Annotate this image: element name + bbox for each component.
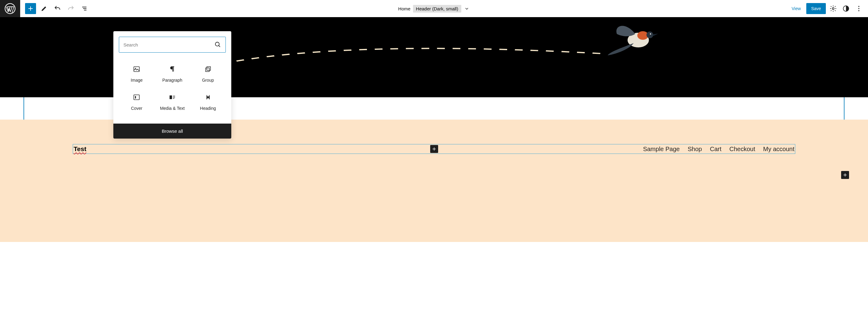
search-icon [215,41,221,48]
svg-rect-16 [135,96,136,99]
doc-template-label: Header (Dark, small) [416,6,458,11]
doc-home-label: Home [398,6,410,11]
chevron-down-icon[interactable] [464,5,470,11]
inline-inserter-button[interactable] [430,145,438,153]
heading-icon [205,93,212,101]
cover-icon [133,93,140,101]
browse-all-button[interactable]: Browse all [113,124,231,139]
editor-canvas: Test Sample Page Shop Cart Checkout My a… [0,17,868,327]
toolbar-right-actions: View Save [788,3,868,14]
doc-template-chip[interactable]: Header (Dark, small) [413,5,461,12]
edit-tool-button[interactable] [38,3,50,14]
undo-button[interactable] [52,3,63,14]
settings-button[interactable] [828,3,839,14]
site-navigation: Sample Page Shop Cart Checkout My accoun… [643,145,794,153]
block-image[interactable]: Image [119,60,155,88]
svg-rect-17 [169,96,172,99]
selected-header-row[interactable]: Test Sample Page Shop Cart Checkout My a… [73,144,795,154]
svg-point-3 [858,6,860,7]
editor-topbar: Home Header (Dark, small) View Save [0,0,868,17]
svg-point-12 [135,68,136,69]
floating-add-button[interactable] [841,171,849,179]
paragraph-icon [169,65,176,73]
nav-link[interactable]: Shop [688,145,702,153]
inserter-block-grid: Image Paragraph Group Cover Media & Text… [113,58,231,124]
media-text-icon [169,93,176,101]
image-icon [133,65,140,73]
svg-point-1 [832,8,834,9]
add-block-button[interactable] [25,3,36,14]
nav-link[interactable]: Cart [710,145,721,153]
svg-point-9 [650,33,651,34]
svg-rect-15 [134,95,139,100]
nav-link[interactable]: Sample Page [643,145,680,153]
svg-point-10 [215,42,219,46]
inserter-search-field[interactable] [119,37,226,53]
bird-illustration [604,20,660,63]
save-button[interactable]: Save [806,3,826,14]
list-view-button[interactable] [79,3,90,14]
block-inserter-popover: Image Paragraph Group Cover Media & Text… [113,31,231,139]
block-cover[interactable]: Cover [119,88,155,116]
svg-point-8 [647,31,653,38]
search-input[interactable] [123,42,215,48]
styles-button[interactable] [840,3,851,14]
wordpress-logo[interactable] [0,0,20,17]
view-link[interactable]: View [788,4,804,13]
block-media-text[interactable]: Media & Text [155,88,190,116]
svg-rect-11 [134,67,139,72]
block-paragraph[interactable]: Paragraph [155,60,190,88]
document-breadcrumb[interactable]: Home Header (Dark, small) [398,5,470,12]
svg-point-4 [858,8,860,9]
svg-point-5 [858,10,860,11]
site-title[interactable]: Test [74,145,87,153]
svg-rect-13 [206,68,209,72]
svg-rect-14 [207,67,211,70]
group-icon [205,65,212,73]
redo-button [65,3,76,14]
block-group[interactable]: Group [190,60,226,88]
nav-link[interactable]: Checkout [729,145,755,153]
nav-link[interactable]: My account [763,145,794,153]
more-options-button[interactable] [853,3,864,14]
toolbar-left-tools [20,3,90,14]
block-heading[interactable]: Heading [190,88,226,116]
